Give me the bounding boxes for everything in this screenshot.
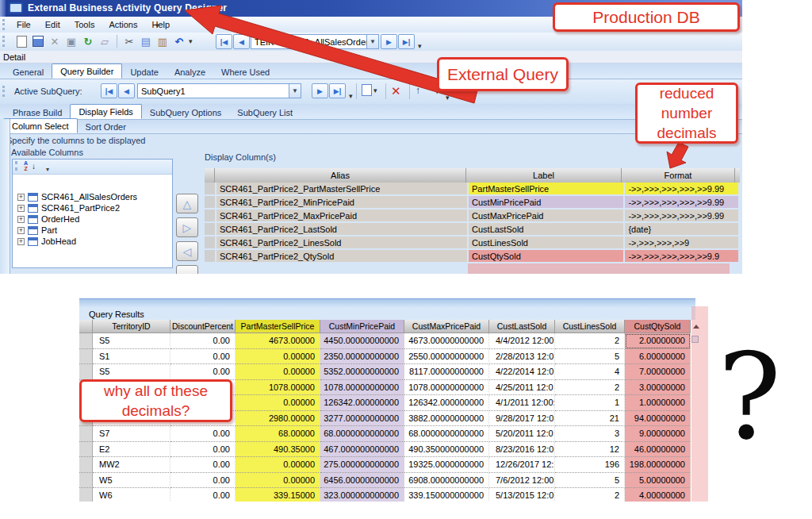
column-header-custlinessold[interactable]: CustLinesSold (555, 320, 625, 333)
result-cell[interactable]: 0.00 (170, 333, 236, 349)
result-cell[interactable]: 0.00000 (236, 364, 320, 380)
copy-button[interactable]: ▤ (139, 34, 153, 48)
result-cell[interactable]: 4/1/2011 12:00: (489, 395, 555, 411)
toolbar-grip[interactable] (15, 161, 20, 171)
row-indicator[interactable] (79, 442, 93, 458)
result-cell[interactable]: 7/6/2012 12:00: (489, 473, 555, 489)
result-cell[interactable]: 467.000000000000 (320, 442, 404, 458)
display-column-row[interactable]: SCR461_PartPrice2_LinesSoldCustLinesSold… (205, 236, 740, 248)
move-left-button[interactable]: ◁ (176, 241, 198, 261)
column-header-format[interactable]: Format (622, 168, 735, 183)
display-column-row[interactable]: SCR461_PartPrice2_MinPricePaidCustMinPri… (205, 196, 740, 208)
result-cell[interactable]: 0.00000 (236, 349, 320, 365)
result-cell[interactable]: 0.00000 (236, 457, 320, 473)
combo-dropdown-icon[interactable]: ▼ (366, 35, 378, 48)
result-cell[interactable]: 2 (555, 333, 625, 349)
result-cell[interactable]: 0.00000 (236, 395, 320, 411)
result-cell[interactable]: 7.00000000 (625, 364, 691, 380)
expand-plus-icon[interactable]: + (17, 238, 25, 245)
new-subquery-button[interactable]: ▾ (362, 84, 377, 96)
row-indicator[interactable] (205, 223, 215, 235)
result-cell[interactable]: 68.0000000000000 (320, 426, 404, 442)
result-cell[interactable]: 9/28/2017 12:0 (489, 411, 555, 427)
alias-cell[interactable]: SCR461_PartPrice2_PartMasterSellPrice (216, 183, 467, 194)
last-record-button[interactable]: ▶| (398, 34, 415, 49)
next-subquery-button[interactable]: ▶ (312, 83, 328, 98)
column-header-discountpercent[interactable]: DiscountPercent (170, 320, 236, 333)
label-cell[interactable]: CustQtySold (469, 250, 623, 262)
tree-item-jobhead[interactable]: +JobHead (17, 236, 76, 247)
clear-button[interactable]: ▱ (98, 34, 112, 48)
result-cell[interactable]: 490.35000 (236, 442, 320, 458)
result-cell[interactable]: 196 (555, 457, 625, 473)
result-cell[interactable]: 6456.00000000000 (320, 473, 404, 489)
result-cell[interactable]: 5 (555, 349, 625, 365)
result-cell[interactable]: 4673.00000 (236, 333, 320, 349)
row-indicator[interactable] (79, 457, 93, 473)
column-header-custqtysold[interactable]: CustQtySold (625, 320, 691, 333)
result-cell[interactable]: 6.00000000 (625, 349, 691, 365)
menu-item-edit[interactable]: Edit (38, 20, 67, 29)
tab-where-used[interactable]: Where Used (213, 65, 278, 79)
result-cell[interactable]: S5 (93, 364, 170, 380)
refresh-button[interactable]: ↻ (81, 34, 95, 48)
combo-dropdown-icon[interactable]: ▼ (289, 84, 301, 98)
row-indicator[interactable] (205, 250, 215, 262)
row-indicator[interactable] (79, 426, 93, 442)
format-cell[interactable]: ->,>>>,>>>,>>9 (625, 236, 738, 248)
tab-subquery-options[interactable]: SubQuery Options (142, 106, 230, 119)
format-cell[interactable]: ->>,>>>,>>>,>>>,>>9.99 (625, 183, 738, 194)
cut-button[interactable]: ✂ (122, 34, 136, 48)
result-cell[interactable]: 2.00000000 (625, 333, 691, 349)
result-cell[interactable]: 4.00000000 (625, 488, 691, 502)
nav-overflow-chevron-icon[interactable]: ▾ (418, 42, 422, 50)
tab-sort-order[interactable]: Sort Order (78, 120, 134, 133)
result-cell[interactable]: 21 (555, 411, 625, 427)
menu-item-actions[interactable]: Actions (102, 20, 144, 29)
menu-item-file[interactable]: File (10, 20, 38, 29)
display-column-row[interactable]: SCR461_PartPrice2_MaxPricePaidCustMaxPri… (205, 210, 740, 221)
new-button[interactable] (14, 34, 29, 48)
next-record-button[interactable]: ▶ (381, 34, 397, 49)
result-cell[interactable]: 126342.000000000 (320, 395, 404, 411)
row-indicator[interactable] (79, 364, 93, 380)
result-cell[interactable]: 9.00000000 (625, 426, 691, 442)
column-header-custminpricepaid[interactable]: CustMinPricePaid (320, 320, 404, 333)
result-cell[interactable]: 3277.00000000000 (320, 411, 404, 427)
result-cell[interactable]: 5/13/2015 12:0 (489, 488, 555, 502)
record-selector-combo[interactable]: TEIK-SCR461_AllSalesOrders ▼ (251, 34, 379, 49)
result-cell[interactable]: 2350.00000000000 (320, 349, 404, 365)
row-indicator[interactable] (79, 488, 93, 502)
column-header-alias[interactable]: Alias (215, 168, 466, 183)
tab-general[interactable]: General (5, 65, 52, 79)
result-cell[interactable]: W6 (93, 488, 170, 502)
tab-subquery-list[interactable]: SubQuery List (229, 106, 301, 119)
save-button[interactable] (31, 34, 45, 48)
label-cell[interactable]: CustMinPricePaid (469, 196, 623, 208)
toolbar-grip[interactable] (2, 19, 7, 30)
move-all-left-button[interactable] (176, 265, 198, 274)
label-cell[interactable]: CustLastSold (469, 223, 623, 235)
column-header-label[interactable]: Label (466, 168, 622, 183)
result-cell[interactable]: 1078.00000000000 (404, 380, 489, 396)
result-cell[interactable]: 12/26/2017 12: (489, 457, 555, 473)
delete-button[interactable]: ✕ (48, 34, 62, 48)
result-cell[interactable]: 5 (555, 473, 625, 489)
result-cell[interactable]: MW2 (93, 457, 170, 473)
label-cell[interactable]: PartMasterSellPrice (469, 183, 623, 194)
subquery-overflow-chevron-icon[interactable]: ▾ (349, 92, 353, 100)
display-column-row[interactable]: SCR461_PartPrice2_QtySoldCustQtySold->>,… (205, 250, 740, 262)
alias-cell[interactable]: SCR461_PartPrice2_LinesSold (216, 236, 467, 248)
format-cell[interactable]: ->>,>>>,>>>,>>>,>>9.9 (625, 250, 738, 262)
result-cell[interactable]: 1 (555, 395, 625, 411)
copy-page-button[interactable]: ▣ (64, 34, 79, 48)
menu-item-tools[interactable]: Tools (67, 20, 102, 29)
result-cell[interactable]: 323.000000000000 (320, 488, 404, 502)
result-cell[interactable]: 4/4/2012 12:00: (489, 333, 555, 349)
result-cell[interactable]: 3882.00000000000 (404, 411, 489, 427)
tree-item-orderhed[interactable]: +OrderHed (17, 213, 79, 225)
tab-query-builder[interactable]: Query Builder (52, 63, 122, 79)
display-column-row[interactable]: SCR461_PartPrice2_LastSoldCustLastSold{d… (205, 223, 740, 235)
result-cell[interactable]: S1 (93, 349, 170, 365)
result-cell[interactable]: 1078.00000 (236, 380, 320, 396)
